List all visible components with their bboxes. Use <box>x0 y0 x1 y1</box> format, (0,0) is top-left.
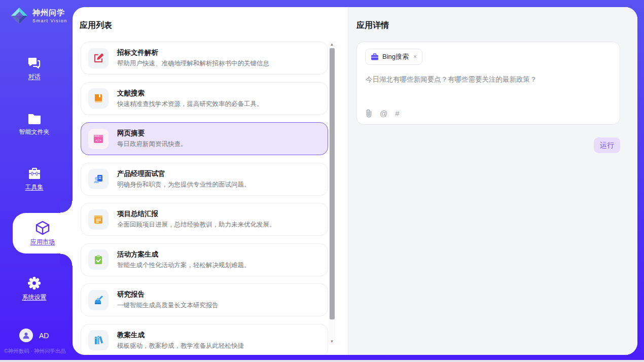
input-toolbar: @ # <box>366 109 400 118</box>
scrollbar-up-arrow-icon[interactable]: ▲ <box>329 42 335 48</box>
scrollbar-down-arrow-icon[interactable]: ▼ <box>329 339 335 345</box>
window-bottom-strip <box>0 360 644 362</box>
clipboard-check-icon <box>88 249 109 270</box>
bubble-flare-top <box>60 201 73 213</box>
interviewer-icon <box>88 169 109 189</box>
app-detail-title: 应用详情 <box>356 20 389 31</box>
ink-pen-icon <box>88 290 109 310</box>
sidebar-item-chat[interactable]: 对话 <box>0 57 68 81</box>
main-content: 应用列表 招标文件解析 帮助用户快速、准确地理解和解析招标书中的关键信息 <box>73 7 637 355</box>
app-title: 招标文件解析 <box>117 48 269 57</box>
sidebar-item-label: 智能文件夹 <box>19 128 50 136</box>
query-card[interactable]: Bing搜索 × 今日湖北有哪些新闻要点？有哪些需要关注的最新政策？ @ # <box>356 42 620 125</box>
sidebar-item-label: 应用市场 <box>30 238 55 246</box>
sidebar: 神州问学 Smart Vision 对话 智能文件夹 <box>0 0 73 362</box>
user-name: AD <box>39 332 49 340</box>
app-item-project-summary[interactable]: 项目总结汇报 全面回顾项目进展，总结经验教训，助力未来优化发展。 <box>81 203 328 236</box>
brand-logo: 神州问学 Smart Vision <box>10 7 67 25</box>
app-description: 智能生成个性化活动方案，轻松解决规划难题。 <box>117 261 251 270</box>
paperclip-icon[interactable] <box>366 109 372 118</box>
briefcase-icon <box>371 53 379 60</box>
folder-icon <box>27 113 42 125</box>
sidebar-item-smart-folder[interactable]: 智能文件夹 <box>0 113 68 136</box>
app-title: 教案生成 <box>117 331 244 340</box>
books-icon <box>88 330 109 350</box>
query-text[interactable]: 今日湖北有哪些新闻要点？有哪些需要关注的最新政策？ <box>366 75 609 85</box>
sidebar-item-label: 工具集 <box>25 183 44 192</box>
bubble-flare-bottom <box>60 254 73 266</box>
book-icon <box>88 88 109 108</box>
app-item-webpage-summary[interactable]: </> 网页摘要 每日政府新闻资讯快查。 <box>81 122 328 155</box>
app-description: 每日政府新闻资讯快查。 <box>117 140 187 149</box>
app-item-event-plan[interactable]: 活动方案生成 智能生成个性化活动方案，轻松解决规划难题。 <box>81 243 328 276</box>
app-title: 活动方案生成 <box>117 250 251 259</box>
scrollbar-thumb[interactable] <box>330 48 335 319</box>
brand-subtitle: Smart Vision <box>32 18 67 23</box>
run-button[interactable]: 运行 <box>594 137 620 153</box>
sidebar-item-label: 对话 <box>28 73 41 81</box>
sidebar-item-app-market[interactable]: 应用市场 <box>13 213 73 254</box>
app-title: 文献搜索 <box>117 89 263 98</box>
app-description: 明确身份和职责，为您提供专业性的面试问题。 <box>117 180 251 189</box>
app-description: 全面回顾项目进展，总结经验教训，助力未来优化发展。 <box>117 221 276 229</box>
app-item-research-report[interactable]: 研究报告 一键智能生成高质量长文本研究报告 <box>81 283 328 316</box>
app-description: 快速精准查找学术资源，提高研究效率的必备工具。 <box>117 100 263 108</box>
at-sign-icon[interactable]: @ <box>380 109 387 118</box>
brand-name: 神州问学 <box>32 8 67 18</box>
sidebar-item-settings[interactable]: 系统设置 <box>0 276 68 302</box>
report-note-icon <box>88 209 109 230</box>
app-description: 模板驱动，教案秒成，教学准备从此轻松快捷 <box>117 342 244 350</box>
sidebar-item-label: 系统设置 <box>22 293 47 302</box>
app-description: 一键智能生成高质量长文本研究报告 <box>117 301 219 310</box>
gear-icon <box>27 276 41 290</box>
app-list-scrollbar[interactable]: ▲ ▼ <box>329 42 335 345</box>
app-item-bid-document[interactable]: 招标文件解析 帮助用户快速、准确地理解和解析招标书中的关键信息 <box>81 42 328 75</box>
hash-icon[interactable]: # <box>395 109 399 118</box>
chat-icon <box>27 57 41 69</box>
app-title: 项目总结汇报 <box>117 209 276 219</box>
app-detail-panel: 应用详情 Bing搜索 × 今日湖北有哪些新闻要点？有哪些需要关注的最新政策？ <box>348 7 637 355</box>
sidebar-item-toolset[interactable]: 工具集 <box>0 167 68 192</box>
app-item-pm-interviewer[interactable]: 产品经理面试官 明确身份和职责，为您提供专业性的面试问题。 <box>81 163 328 196</box>
tool-tag-label: Bing搜索 <box>382 52 409 61</box>
copyright-text: ©神州数码 · 神州问学出品 <box>0 348 70 355</box>
svg-text:</>: </> <box>95 138 101 142</box>
tool-tag-bing-search[interactable]: Bing搜索 × <box>365 49 422 65</box>
app-list: 招标文件解析 帮助用户快速、准确地理解和解析招标书中的关键信息 文献搜索 快速精… <box>81 42 328 355</box>
user-account[interactable]: AD <box>19 329 49 342</box>
brand-diamond-icon <box>10 7 28 25</box>
cube-icon <box>35 220 50 235</box>
app-title: 产品经理面试官 <box>117 169 251 178</box>
app-item-literature-search[interactable]: 文献搜索 快速精准查找学术资源，提高研究效率的必备工具。 <box>81 82 328 115</box>
app-title: 研究报告 <box>117 290 219 299</box>
app-list-title: 应用列表 <box>80 20 112 31</box>
app-title: 网页摘要 <box>117 129 187 138</box>
app-description: 帮助用户快速、准确地理解和解析招标书中的关键信息 <box>117 59 269 68</box>
bid-document-icon <box>88 48 109 68</box>
app-item-lesson-plan[interactable]: 教案生成 模板驱动，教案秒成，教学准备从此轻松快捷 <box>81 324 328 355</box>
webpage-code-icon: </> <box>88 129 109 149</box>
avatar <box>19 329 33 342</box>
close-icon[interactable]: × <box>413 53 417 60</box>
toolbox-icon <box>27 167 42 180</box>
